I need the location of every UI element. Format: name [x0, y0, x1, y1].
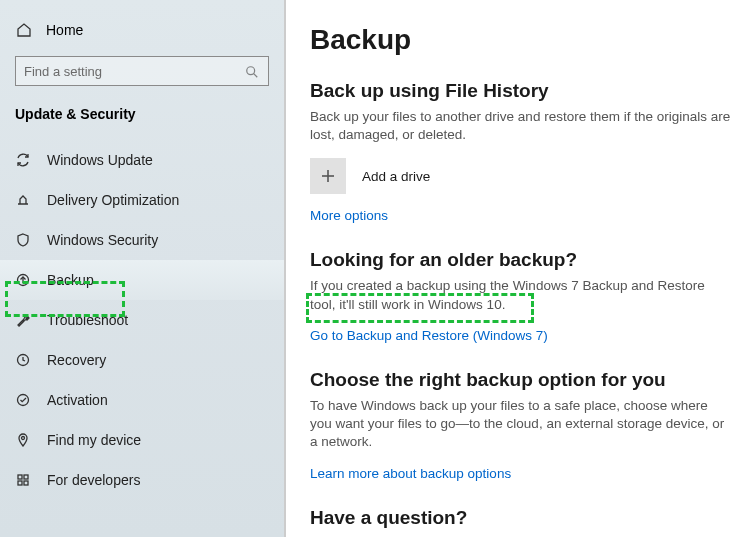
location-icon [15, 432, 31, 448]
section-choose-backup-option: Choose the right backup option for you T… [310, 369, 732, 481]
delivery-icon [15, 192, 31, 208]
section-heading: Choose the right backup option for you [310, 369, 732, 391]
sidebar-item-label: Recovery [47, 352, 106, 368]
sidebar-item-windows-security[interactable]: Windows Security [0, 220, 284, 260]
section-older-backup: Looking for an older backup? If you crea… [310, 249, 732, 342]
section-description: If you created a backup using the Window… [310, 277, 732, 313]
sidebar-item-label: Windows Security [47, 232, 158, 248]
sidebar-item-label: Windows Update [47, 152, 153, 168]
sidebar-item-find-my-device[interactable]: Find my device [0, 420, 284, 460]
home-nav[interactable]: Home [0, 22, 284, 56]
svg-line-1 [254, 74, 258, 78]
search-container [0, 56, 284, 106]
section-have-a-question: Have a question? [310, 507, 732, 529]
sidebar-item-label: Backup [47, 272, 94, 288]
svg-rect-7 [24, 475, 28, 479]
svg-point-4 [18, 395, 29, 406]
wrench-icon [15, 312, 31, 328]
category-title: Update & Security [0, 106, 284, 140]
home-label: Home [46, 22, 83, 38]
backup-restore-win7-link[interactable]: Go to Backup and Restore (Windows 7) [310, 328, 732, 343]
backup-icon [15, 272, 31, 288]
more-options-link[interactable]: More options [310, 208, 732, 223]
sidebar-item-label: Find my device [47, 432, 141, 448]
svg-point-0 [247, 67, 255, 75]
sidebar-item-label: For developers [47, 472, 140, 488]
sidebar-item-label: Troubleshoot [47, 312, 128, 328]
section-heading: Have a question? [310, 507, 732, 529]
svg-point-5 [22, 437, 25, 440]
add-drive-label: Add a drive [362, 169, 430, 184]
settings-sidebar: Home Update & Security Windows Update [0, 0, 286, 537]
learn-more-link[interactable]: Learn more about backup options [310, 466, 732, 481]
developer-icon [15, 472, 31, 488]
settings-search[interactable] [15, 56, 269, 86]
add-drive-button[interactable]: Add a drive [310, 158, 430, 194]
recovery-icon [15, 352, 31, 368]
plus-icon [310, 158, 346, 194]
sidebar-item-delivery-optimization[interactable]: Delivery Optimization [0, 180, 284, 220]
check-circle-icon [15, 392, 31, 408]
sidebar-item-label: Activation [47, 392, 108, 408]
sidebar-item-windows-update[interactable]: Windows Update [0, 140, 284, 180]
sidebar-item-troubleshoot[interactable]: Troubleshoot [0, 300, 284, 340]
search-icon [244, 64, 260, 80]
sidebar-item-recovery[interactable]: Recovery [0, 340, 284, 380]
sidebar-nav: Windows Update Delivery Optimization Win… [0, 140, 284, 500]
svg-rect-8 [18, 481, 22, 485]
section-heading: Looking for an older backup? [310, 249, 732, 271]
sidebar-item-backup[interactable]: Backup [0, 260, 284, 300]
search-input[interactable] [16, 57, 268, 85]
page-content: Backup Back up using File History Back u… [286, 0, 750, 537]
sidebar-item-activation[interactable]: Activation [0, 380, 284, 420]
svg-rect-9 [24, 481, 28, 485]
section-heading: Back up using File History [310, 80, 732, 102]
section-file-history: Back up using File History Back up your … [310, 80, 732, 223]
sync-icon [15, 152, 31, 168]
home-icon [16, 22, 32, 38]
shield-icon [15, 232, 31, 248]
section-description: Back up your files to another drive and … [310, 108, 732, 144]
page-title: Backup [310, 24, 732, 56]
sidebar-item-for-developers[interactable]: For developers [0, 460, 284, 500]
sidebar-item-label: Delivery Optimization [47, 192, 179, 208]
svg-rect-6 [18, 475, 22, 479]
section-description: To have Windows back up your files to a … [310, 397, 732, 452]
